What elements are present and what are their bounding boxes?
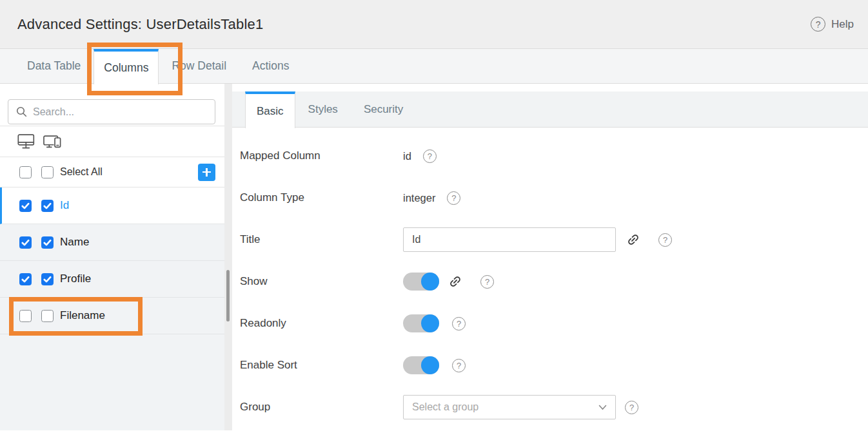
enable-sort-toggle[interactable]: [403, 356, 439, 374]
title-input[interactable]: [403, 227, 616, 252]
basic-settings-form: Mapped Column id Column Type integer Tit…: [232, 128, 868, 431]
devices-icon[interactable]: [42, 134, 62, 149]
show-link-icon[interactable]: [448, 274, 462, 289]
tab-styles-label: Styles: [308, 103, 338, 116]
toggle-knob: [421, 273, 439, 291]
search-box: [8, 99, 215, 124]
tab-data-table-label: Data Table: [27, 59, 81, 73]
select-all-label: Select All: [60, 166, 103, 178]
select-all-checkbox-mobile[interactable]: [41, 166, 54, 178]
profile-checkbox-mobile[interactable]: [41, 273, 54, 285]
column-item-profile[interactable]: Profile: [0, 261, 224, 298]
tab-data-table[interactable]: Data Table: [14, 49, 94, 83]
column-item-label: Profile: [60, 273, 91, 285]
column-item-label: Name: [60, 236, 89, 249]
title-label: Title: [240, 233, 403, 246]
title-help-icon[interactable]: [658, 233, 672, 247]
column-item-label: Filename: [60, 309, 105, 322]
search-section: [0, 84, 224, 126]
column-item-filename[interactable]: Filename: [0, 298, 224, 334]
tab-basic-label: Basic: [257, 105, 284, 118]
add-column-button[interactable]: [198, 164, 215, 181]
tab-basic[interactable]: Basic: [245, 91, 295, 128]
column-item-name[interactable]: Name: [0, 224, 224, 261]
show-help-icon[interactable]: [480, 275, 494, 289]
group-row: Group Select a group: [240, 394, 868, 420]
desktop-icon[interactable]: [17, 134, 36, 149]
column-item-id[interactable]: Id: [0, 187, 224, 224]
group-select[interactable]: Select a group: [403, 395, 616, 419]
tab-row-detail[interactable]: Row Detail: [159, 49, 239, 83]
tab-security-label: Security: [364, 103, 403, 116]
page-title: Advanced Settings: UserDetailsTable1: [17, 16, 263, 33]
tab-columns-label: Columns: [104, 61, 148, 75]
show-label: Show: [240, 275, 403, 288]
toggle-knob: [421, 314, 439, 332]
mapped-column-label: Mapped Column: [240, 149, 403, 162]
show-row: Show: [240, 269, 868, 294]
name-checkbox-mobile[interactable]: [41, 236, 54, 249]
mapped-column-help-icon[interactable]: [423, 149, 437, 163]
scrollbar-thumb[interactable]: [226, 270, 230, 321]
plus-icon: [202, 168, 211, 177]
columns-sidebar: Select All Id: [0, 84, 224, 430]
show-toggle[interactable]: [403, 273, 439, 291]
tab-columns[interactable]: Columns: [94, 49, 159, 84]
enable-sort-label: Enable Sort: [240, 359, 403, 372]
filename-checkbox-mobile[interactable]: [41, 310, 54, 322]
search-icon: [16, 106, 27, 117]
column-type-value: integer: [403, 192, 435, 204]
id-checkbox-mobile[interactable]: [41, 200, 54, 212]
filename-checkbox-desktop[interactable]: [19, 310, 32, 322]
enable-sort-help-icon[interactable]: [452, 359, 466, 372]
group-label: Group: [240, 401, 403, 414]
column-type-label: Column Type: [240, 191, 403, 204]
sidebar-empty-area: [0, 334, 224, 430]
name-checkbox-desktop[interactable]: [19, 236, 32, 249]
readonly-label: Readonly: [240, 317, 403, 330]
readonly-row: Readonly: [240, 311, 868, 336]
readonly-help-icon[interactable]: [452, 317, 466, 330]
id-checkbox-desktop[interactable]: [19, 200, 32, 212]
question-circle-icon: [811, 17, 825, 32]
select-all-checkbox-desktop[interactable]: [19, 166, 32, 178]
chevron-down-icon: [598, 405, 607, 410]
column-item-label: Id: [60, 199, 69, 212]
mapped-column-value: id: [403, 150, 411, 162]
tab-row-detail-label: Row Detail: [172, 59, 226, 73]
group-select-placeholder: Select a group: [412, 401, 478, 413]
settings-tab-bar: Basic Styles Security: [232, 91, 868, 128]
sidebar-scrollbar: [224, 84, 232, 430]
group-help-icon[interactable]: [625, 401, 638, 414]
tab-styles[interactable]: Styles: [295, 91, 351, 127]
main-tab-bar: Data Table Columns Row Detail Actions: [0, 49, 868, 84]
title-link-icon[interactable]: [626, 233, 640, 247]
profile-checkbox-desktop[interactable]: [19, 273, 32, 285]
toggle-knob: [421, 356, 439, 374]
search-input[interactable]: [33, 106, 207, 118]
tab-actions[interactable]: Actions: [239, 49, 302, 83]
help-button[interactable]: Help: [811, 17, 854, 32]
title-row: Title: [240, 227, 868, 253]
tab-security[interactable]: Security: [351, 91, 416, 127]
readonly-toggle[interactable]: [403, 314, 439, 332]
column-settings-panel: Basic Styles Security Mapped Column id C…: [232, 84, 868, 430]
dialog-header: Advanced Settings: UserDetailsTable1 Hel…: [0, 0, 868, 49]
tab-actions-label: Actions: [252, 59, 289, 73]
view-mode-row: [0, 126, 224, 157]
select-all-row[interactable]: Select All: [0, 157, 224, 187]
mapped-column-row: Mapped Column id: [240, 143, 868, 169]
help-label: Help: [831, 18, 854, 31]
enable-sort-row: Enable Sort: [240, 352, 868, 378]
column-type-row: Column Type integer: [240, 185, 868, 211]
advanced-settings-dialog: Advanced Settings: UserDetailsTable1 Hel…: [0, 0, 868, 431]
column-type-help-icon[interactable]: [447, 191, 460, 205]
